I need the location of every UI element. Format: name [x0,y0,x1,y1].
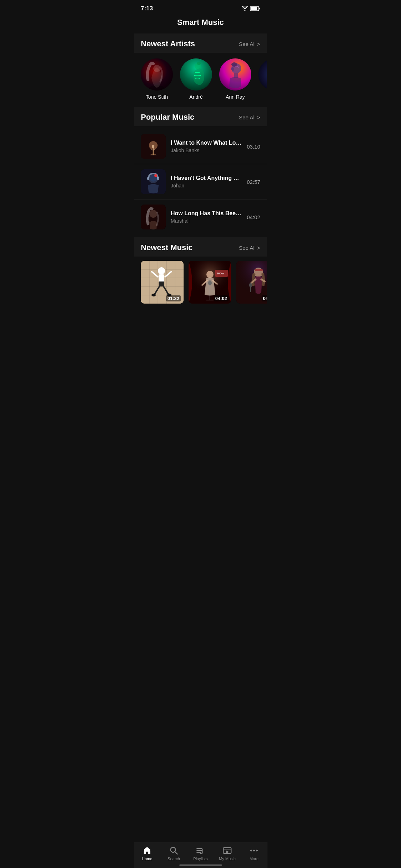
newest-music-item[interactable]: 01:32 [141,261,184,304]
svg-point-29 [149,210,157,218]
artist-item[interactable]: Arin Ray [219,58,251,100]
song-artist: Jakob Banks [171,148,242,153]
artist-figure [219,58,251,91]
newest-duration: 01:32 [166,295,181,301]
song-item[interactable]: I Want to Know What Lov… Jakob Banks 03:… [134,129,267,164]
svg-rect-20 [152,145,154,148]
newest-music-list: 01:32 S [134,257,267,311]
songs-list: I Want to Know What Lov… Jakob Banks 03:… [134,126,267,237]
newest-artists-header: Newest Artists See All > [134,33,267,53]
svg-rect-61 [255,269,263,271]
svg-point-46 [151,294,156,296]
svg-rect-1 [259,8,260,10]
svg-rect-25 [147,177,149,180]
svg-point-27 [154,174,157,177]
svg-point-64 [249,283,252,287]
svg-text:SHOW: SHOW [216,272,224,275]
newest-duration: 04:42 [262,295,267,301]
artist-figure [258,58,267,91]
newest-music-title: Newest Music [141,243,193,252]
artist-name: Arin Ray [226,94,245,100]
svg-point-39 [158,267,165,274]
artist-avatar [219,58,251,91]
song-item[interactable]: How Long Has This Been… Marshall 04:02 [134,200,267,234]
artist-name: Andrè [189,94,202,100]
artist-figure [180,58,212,91]
artist-item[interactable]: Tone Stith [141,58,173,100]
app-header: Smart Music [134,14,267,33]
song-title: How Long Has This Been… [171,210,242,217]
song-title: I Haven't Got Anything B… [171,175,242,181]
artist-avatar [180,58,212,91]
svg-rect-26 [157,177,159,180]
popular-music-see-all[interactable]: See All > [239,114,260,120]
app-title: Smart Music [141,18,260,27]
song-duration: 02:57 [247,179,260,185]
status-bar: 7:13 [134,0,267,14]
popular-music-header: Popular Music See All > [134,107,267,126]
artist-figure [141,58,173,91]
song-artist: Johan [171,183,242,188]
svg-point-55 [208,280,212,285]
song-info: I Want to Know What Lov… Jakob Banks [171,140,242,153]
svg-point-50 [206,271,214,278]
svg-point-6 [197,62,201,65]
svg-point-4 [153,65,160,72]
song-info: I Haven't Got Anything B… Johan [171,175,242,188]
song-duration: 03:10 [247,144,260,150]
song-title: I Want to Know What Lov… [171,140,242,146]
artist-avatar [141,58,173,91]
svg-rect-43 [159,281,164,286]
song-item[interactable]: I Haven't Got Anything B… Johan 02:57 [134,164,267,200]
artist-item[interactable] [258,58,267,100]
song-duration: 04:02 [247,214,260,220]
svg-rect-2 [251,7,257,10]
newest-music-header: Newest Music See All > [134,237,267,257]
song-thumbnail [141,205,166,229]
svg-point-10 [231,67,234,71]
newest-artists-see-all[interactable]: See All > [239,41,260,47]
song-artist: Marshall [171,218,242,224]
song-thumbnail [141,134,166,159]
svg-rect-42 [159,274,164,282]
status-time: 7:13 [141,5,153,12]
song-info: How Long Has This Been… Marshall [171,210,242,224]
song-thumbnail [141,169,166,194]
newest-duration: 04:02 [214,295,228,301]
artist-avatar [258,58,267,91]
battery-icon [250,6,260,11]
artists-list: Tone Stith Andrè [134,53,267,107]
newest-music-item[interactable]: 04:42 [236,261,267,304]
newest-artists-title: Newest Artists [141,39,195,48]
newest-music-item[interactable]: SHOW 04:02 [189,261,231,304]
popular-music-title: Popular Music [141,113,194,122]
status-icons [242,6,260,11]
newest-music-see-all[interactable]: See All > [239,245,260,251]
wifi-icon [242,6,248,11]
artist-item[interactable]: Andrè [180,58,212,100]
artist-name: Tone Stith [146,94,168,100]
